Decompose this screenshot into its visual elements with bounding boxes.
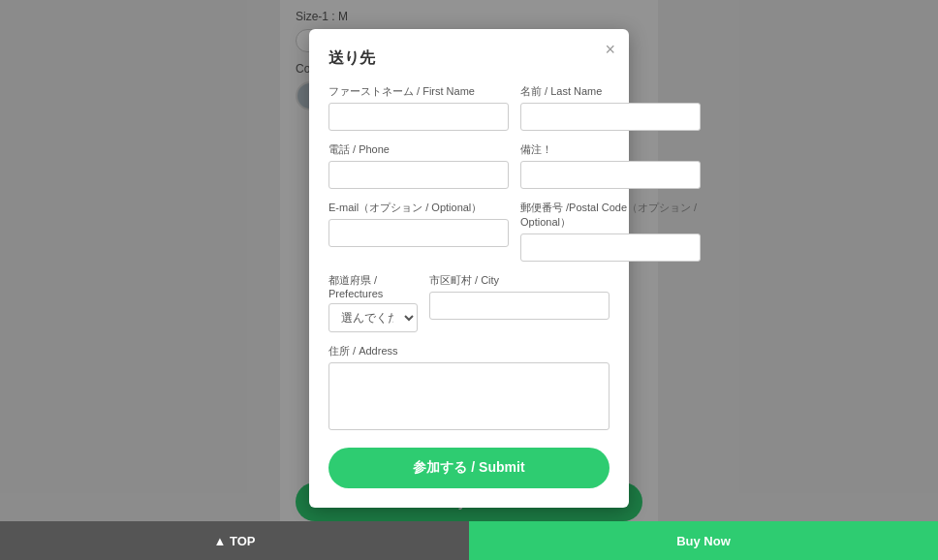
form-row-email-postal: E-mail（オプション / Optional） 郵便番号 /Postal Co…	[328, 201, 610, 262]
notes-group: 備注！	[520, 142, 701, 189]
first-name-label: ファーストネーム / First Name	[328, 84, 509, 99]
bottom-buy-now-button[interactable]: Buy Now	[469, 521, 938, 560]
submit-button[interactable]: 参加する / Submit	[328, 448, 610, 488]
city-input[interactable]	[429, 292, 610, 320]
email-group: E-mail（オプション / Optional）	[328, 201, 509, 262]
prefecture-select[interactable]: 選んでください / Please Select	[328, 303, 418, 332]
first-name-input[interactable]	[328, 103, 509, 131]
notes-label: 備注！	[520, 142, 701, 157]
form-row-name: ファーストネーム / First Name 名前 / Last Name	[328, 84, 610, 131]
first-name-group: ファーストネーム / First Name	[328, 84, 509, 131]
address-group: 住所 / Address	[328, 344, 610, 430]
address-textarea[interactable]	[328, 362, 610, 430]
phone-label: 電話 / Phone	[328, 142, 509, 157]
postal-label: 郵便番号 /Postal Code（オプション / Optional）	[520, 201, 701, 230]
city-label: 市区町村 / City	[429, 273, 610, 288]
bottom-bar: ▲ TOP Buy Now	[0, 521, 938, 560]
top-button[interactable]: ▲ TOP	[0, 521, 469, 560]
last-name-label: 名前 / Last Name	[520, 84, 701, 99]
modal-overlay: 送り先 × ファーストネーム / First Name 名前 / Last Na…	[0, 0, 938, 560]
phone-group: 電話 / Phone	[328, 142, 509, 189]
prefecture-group: 都道府県 / Prefectures 選んでください / Please Sele…	[328, 273, 418, 332]
address-label: 住所 / Address	[328, 344, 610, 358]
last-name-group: 名前 / Last Name	[520, 84, 701, 131]
last-name-input[interactable]	[520, 103, 701, 131]
form-row-prefecture-city: 都道府県 / Prefectures 選んでください / Please Sele…	[328, 273, 610, 332]
email-label: E-mail（オプション / Optional）	[328, 201, 509, 215]
email-input[interactable]	[328, 219, 509, 247]
postal-input[interactable]	[520, 233, 701, 262]
postal-group: 郵便番号 /Postal Code（オプション / Optional）	[520, 201, 701, 262]
shipping-modal: 送り先 × ファーストネーム / First Name 名前 / Last Na…	[309, 29, 629, 508]
phone-input[interactable]	[328, 161, 509, 189]
modal-close-button[interactable]: ×	[605, 41, 615, 58]
prefecture-label: 都道府県 / Prefectures	[328, 273, 418, 299]
city-group: 市区町村 / City	[429, 273, 610, 332]
form-row-phone-notes: 電話 / Phone 備注！	[328, 142, 610, 189]
modal-title: 送り先	[328, 48, 610, 69]
notes-input[interactable]	[520, 161, 701, 189]
